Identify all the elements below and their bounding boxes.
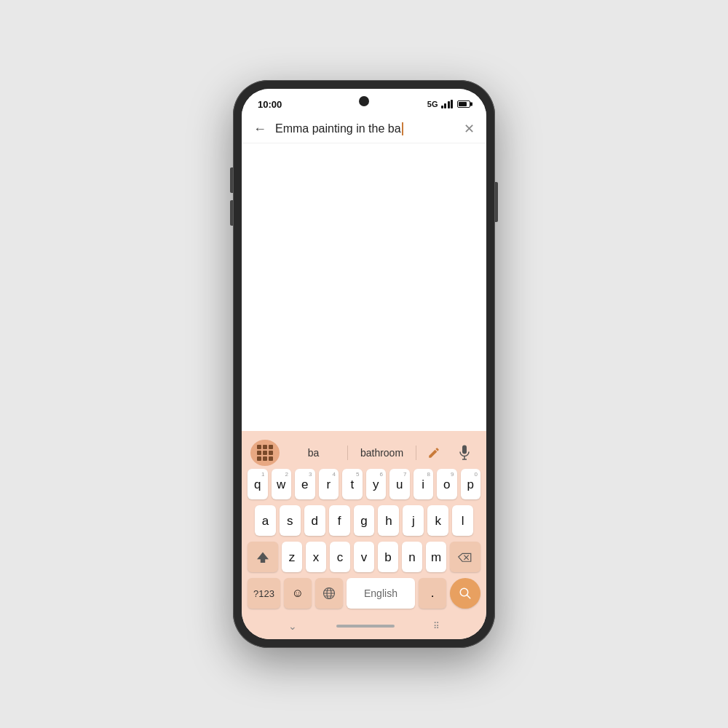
key-a[interactable]: a [255,505,276,536]
keyboard-layout-icon[interactable]: ⠿ [433,621,440,631]
suggestion-word-2[interactable]: bathroom [352,443,411,463]
key-n[interactable]: n [402,542,422,572]
space-key[interactable]: English [347,578,415,609]
space-label: English [364,587,397,599]
suggestion-divider [347,446,348,460]
key-u[interactable]: 7u [389,469,410,499]
battery-fill [459,102,467,106]
key-g[interactable]: g [354,505,375,536]
network-indicator: 5G [427,100,438,108]
key-t[interactable]: 5t [342,469,363,499]
status-bar: 10:00 5G [242,89,486,115]
nav-bar: ⌄ ⠿ [245,613,483,639]
phone-frame: 10:00 5G ← Emma painting in the ba [233,80,495,648]
key-o[interactable]: 9o [437,469,457,499]
period-label: . [431,586,435,601]
key-r[interactable]: 4r [319,469,339,499]
svg-marker-3 [257,553,269,563]
key-j[interactable]: j [403,505,424,536]
signal-icon [441,100,454,108]
camera-notch [359,96,369,106]
keyboard-hide-icon[interactable]: ⌄ [288,620,297,632]
key-i[interactable]: 8i [414,469,434,499]
search-text: Emma painting in the ba [275,122,401,135]
key-s[interactable]: s [280,505,301,536]
key-l[interactable]: l [452,505,473,536]
search-bar[interactable]: ← Emma painting in the ba ✕ [242,115,486,143]
power-button[interactable] [495,182,498,222]
key-z[interactable]: z [282,542,302,572]
key-q[interactable]: 1q [248,469,268,499]
key-h[interactable]: h [378,505,399,536]
key-m[interactable]: m [426,542,446,572]
status-icons: 5G [427,100,470,108]
keyboard-apps-button[interactable] [250,440,280,466]
key-row-1: 1q 2w 3e 4r 5t 6y 7u 8i 9o 0p [248,469,480,499]
emoji-key[interactable]: ☺ [284,578,312,609]
svg-line-12 [467,595,470,598]
battery-icon [457,100,470,108]
globe-key[interactable] [315,578,343,609]
key-f[interactable]: f [329,505,350,536]
back-button[interactable]: ← [253,122,266,137]
status-time: 10:00 [258,99,282,110]
suggestion-bar: ba bathroom [245,437,483,469]
key-e[interactable]: 3e [295,469,315,499]
emoji-icon: ☺ [292,587,304,600]
clear-button[interactable]: ✕ [464,121,475,137]
delete-key[interactable] [450,542,480,572]
key-v[interactable]: v [354,542,374,572]
key-x[interactable]: x [306,542,326,572]
key-d[interactable]: d [304,505,325,536]
signal-bar-2 [444,103,446,108]
key-c[interactable]: c [330,542,350,572]
text-cursor [402,122,403,135]
volume-down-button[interactable] [230,200,233,226]
bottom-key-row: ?123 ☺ English [245,578,483,609]
number-key[interactable]: ?123 [248,578,280,609]
main-content [242,143,486,431]
shift-key[interactable] [248,542,278,572]
key-p[interactable]: 0p [461,469,481,499]
key-row-2: a s d f g h j k l [248,505,480,536]
search-input-area[interactable]: Emma painting in the ba [275,122,455,135]
key-k[interactable]: k [427,505,448,536]
apps-grid-icon [257,445,273,461]
period-key[interactable]: . [419,578,446,609]
key-w[interactable]: 2w [272,469,292,499]
volume-up-button[interactable] [230,167,233,193]
svg-rect-0 [462,446,467,454]
keyboard: ba bathroom [242,431,486,639]
signal-bar-4 [451,100,453,108]
key-b[interactable]: b [378,542,398,572]
pencil-icon[interactable] [421,440,447,466]
key-y[interactable]: 6y [366,469,387,499]
signal-bar-3 [448,101,450,108]
suggestion-divider-2 [416,446,416,460]
key-row-3: z x c v b n m [248,542,480,572]
home-indicator [336,625,395,628]
key-rows: 1q 2w 3e 4r 5t 6y 7u 8i 9o 0p a s d f [245,469,483,572]
phone-screen: 10:00 5G ← Emma painting in the ba [242,89,486,639]
microphone-icon[interactable] [451,440,478,466]
suggestion-word-1[interactable]: ba [284,443,343,463]
search-key[interactable] [450,578,480,609]
signal-bar-1 [441,106,443,108]
